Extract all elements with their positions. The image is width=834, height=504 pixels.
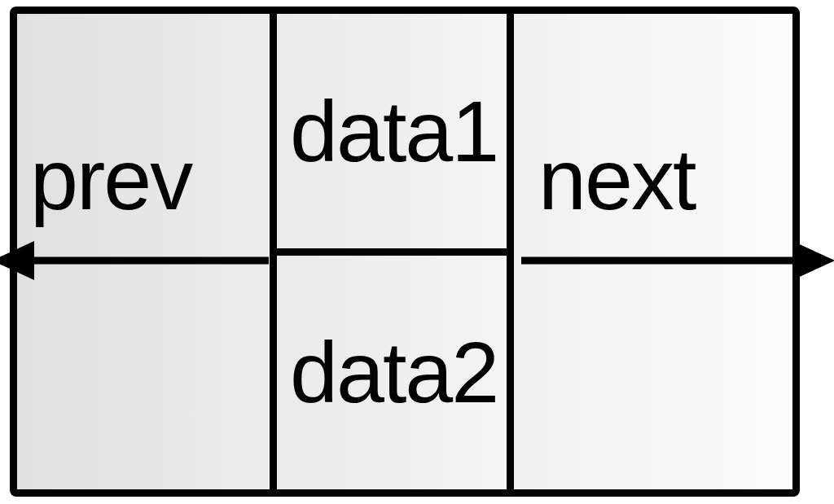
prev-pointer-cell: prev: [17, 14, 270, 489]
next-pointer-cell: next: [514, 14, 792, 489]
prev-label: prev: [30, 136, 191, 222]
data1-cell: data1: [277, 14, 507, 248]
data-cells: data1 data2: [270, 14, 514, 489]
data1-label: data1: [290, 88, 498, 174]
data2-cell: data2: [277, 256, 507, 490]
data-divider: [277, 248, 507, 256]
data2-label: data2: [290, 329, 498, 415]
doubly-linked-node: prev data1 data2 next: [10, 7, 800, 497]
next-label: next: [538, 136, 695, 222]
